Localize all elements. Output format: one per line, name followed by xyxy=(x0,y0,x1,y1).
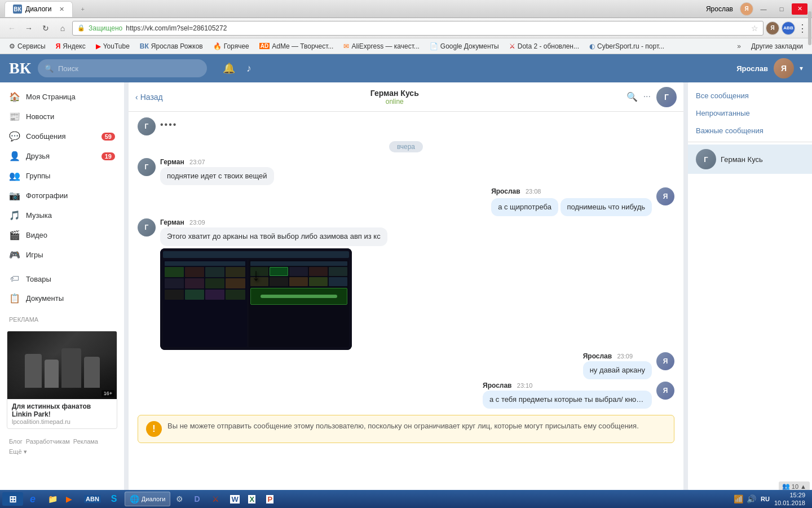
msg-body: Ярослав 23:09 ну давай аркану xyxy=(583,352,652,379)
vk-header: ВК 🔍 🔔 ♪ Ярослав Я ▾ xyxy=(0,54,812,82)
chat-contact-name: Герман Кусь xyxy=(169,89,621,98)
adme-icon: AD xyxy=(259,43,270,49)
taskbar-skype[interactable]: S xyxy=(107,492,123,506)
msg-sender-name: Ярослав 23:08 xyxy=(491,187,652,195)
music-sidebar-icon: 🎵 xyxy=(9,210,20,221)
ext-icon-1[interactable]: ABB xyxy=(782,21,795,35)
sidebar-item-mypage[interactable]: 🏠 Моя Страница xyxy=(0,87,124,107)
online-count: 👥 10 ▲ xyxy=(779,481,810,490)
taskbar-excel[interactable]: X xyxy=(244,492,261,506)
footer-blog[interactable]: Блог xyxy=(9,438,23,445)
volume-icon: 🔊 xyxy=(747,494,756,503)
bookmark-star-icon[interactable]: ☆ xyxy=(751,24,758,33)
refresh-btn[interactable]: ↻ xyxy=(38,21,53,36)
taskbar-media[interactable]: ▶ xyxy=(61,492,78,506)
maximize-btn[interactable]: □ xyxy=(774,3,789,15)
chat-messages[interactable]: Г •••• вчера Г Герман 23:07 xyxy=(129,112,683,490)
chat-search-icon[interactable]: 🔍 xyxy=(626,91,638,102)
new-tab-btn[interactable]: + xyxy=(77,6,87,12)
minimize-btn[interactable]: — xyxy=(756,3,771,15)
bookmark-services[interactable]: ⚙ Сервисы xyxy=(5,41,50,52)
close-btn[interactable]: ✕ xyxy=(792,3,807,15)
chat-contact-avatar[interactable]: Г xyxy=(656,87,677,107)
language-indicator[interactable]: RU xyxy=(761,496,770,502)
msg-image[interactable]: ↓ xyxy=(160,248,352,350)
explorer-icon: 📁 xyxy=(48,494,58,503)
taskbar-word[interactable]: W xyxy=(226,492,242,506)
account-icon[interactable]: Я xyxy=(766,21,779,35)
browser-tab[interactable]: ВК Диалоги ✕ xyxy=(5,1,73,17)
bookmark-label: Google Документы xyxy=(440,42,499,50)
sidebar-item-friends[interactable]: 👤 Друзья 19 xyxy=(0,146,124,166)
bookmark-dota2[interactable]: ⚔ Dota 2 - обновлен... xyxy=(505,41,584,52)
msg-avatar: Я xyxy=(656,187,674,205)
footer-more[interactable]: Ещё ▾ xyxy=(9,448,27,456)
youtube-icon: ▶ xyxy=(96,42,101,50)
taskbar-ppt[interactable]: P xyxy=(262,492,279,506)
bookmarks-more-btn[interactable]: » xyxy=(732,41,745,52)
bookmark-gdocs[interactable]: 📄 Google Документы xyxy=(425,41,504,52)
sidebar-item-market[interactable]: 🏷 Товары xyxy=(0,269,124,288)
bookmark-yandex[interactable]: Я Яндекс xyxy=(51,41,90,52)
sidebar-item-groups[interactable]: 👥 Группы xyxy=(0,166,124,186)
taskbar-chrome[interactable]: 🌐 Диалоги xyxy=(125,492,171,506)
windows-icon: ⊞ xyxy=(9,494,16,505)
contact-german[interactable]: Г Герман Кусь xyxy=(688,144,812,174)
warning-text: Вы не можете отправить сообщение этому п… xyxy=(167,421,639,431)
start-button[interactable]: ⊞ xyxy=(2,492,23,506)
bookmark-vk-user[interactable]: ВК Ярослав Рожков xyxy=(135,41,208,52)
search-input[interactable] xyxy=(38,59,207,77)
taskbar-dota2[interactable]: ⚔ xyxy=(208,492,224,506)
taskbar-discord[interactable]: D xyxy=(189,492,206,506)
chat-more-icon[interactable]: ··· xyxy=(643,91,651,102)
back-button[interactable]: ‹ Назад xyxy=(135,93,163,102)
unread-link[interactable]: Непрочитанные xyxy=(688,104,812,122)
bookmark-youtube[interactable]: ▶ YouTube xyxy=(91,41,134,52)
bookmark-hot[interactable]: 🔥 Горячее xyxy=(209,41,254,52)
bookmark-other[interactable]: Другие закладки xyxy=(747,41,807,52)
music-icon[interactable]: ♪ xyxy=(246,63,251,75)
forward-btn[interactable]: → xyxy=(21,21,36,36)
menu-btn[interactable]: ⋮ xyxy=(797,22,807,34)
taskbar-abcnet[interactable]: ABΝ xyxy=(80,492,105,506)
ad-image: 16+ xyxy=(7,331,117,399)
bookmark-cybersport[interactable]: ◐ CyberSport.ru - порт... xyxy=(585,41,669,52)
tab-title: Диалоги xyxy=(25,5,51,13)
sidebar-item-docs[interactable]: 📋 Документы xyxy=(0,288,124,308)
sidebar-label: Музыка xyxy=(26,211,115,220)
unread-label: Непрочитанные xyxy=(696,109,750,117)
bookmark-adme[interactable]: AD AdMe — Творчест... xyxy=(255,41,338,52)
sidebar-item-video[interactable]: 🎬 Видео xyxy=(0,225,124,245)
sidebar-item-messages[interactable]: 💬 Сообщения 59 xyxy=(0,126,124,146)
sidebar-item-news[interactable]: 📰 Новости xyxy=(0,107,124,126)
taskbar-explorer[interactable]: 📁 xyxy=(43,492,60,506)
important-link[interactable]: Важные сообщения xyxy=(688,122,812,139)
bookmark-aliexpress[interactable]: ✉ AliExpress — качест... xyxy=(339,41,423,52)
sidebar-item-photos[interactable]: 📷 Фотографии xyxy=(0,186,124,205)
msg-avatar-german: Г xyxy=(138,117,156,135)
chat-contact-status: online xyxy=(169,98,621,106)
games-icon: 🎮 xyxy=(9,249,20,260)
header-dropdown-icon[interactable]: ▾ xyxy=(800,64,803,72)
msg-avatar: Г xyxy=(138,218,156,237)
tab-close-btn[interactable]: ✕ xyxy=(59,6,64,13)
msg-bubble-2: поднимешь что нибудь xyxy=(561,198,652,216)
all-messages-link[interactable]: Все сообщения xyxy=(688,87,812,104)
sidebar-item-games[interactable]: 🎮 Игры xyxy=(0,245,124,265)
back-btn[interactable]: ← xyxy=(5,21,19,36)
sidebar-item-music[interactable]: 🎵 Музыка xyxy=(0,205,124,225)
taskbar-ie[interactable]: e xyxy=(25,492,42,506)
footer-dev[interactable]: Разработчикам xyxy=(26,438,70,445)
header-avatar[interactable]: Я xyxy=(774,58,794,78)
taskbar-steam[interactable]: ⚙ xyxy=(171,492,188,506)
system-tray: 📶 🔊 xyxy=(734,494,756,503)
home-btn[interactable]: ⌂ xyxy=(55,21,70,36)
sidebar-label: Сообщения xyxy=(26,132,96,141)
clock[interactable]: 15:29 10.01.2018 xyxy=(774,491,805,507)
footer-ads[interactable]: Реклама xyxy=(73,438,98,445)
vk-logo[interactable]: ВК xyxy=(9,59,31,77)
address-bar[interactable]: 🔒 Защищено https://vk.com/im?sel=2861052… xyxy=(72,21,764,36)
tab-favicon: ВК xyxy=(13,5,22,14)
ad-block[interactable]: 16+ Для истинных фанатов Linkin Park! lp… xyxy=(7,331,117,429)
notifications-icon[interactable]: 🔔 xyxy=(223,62,235,75)
